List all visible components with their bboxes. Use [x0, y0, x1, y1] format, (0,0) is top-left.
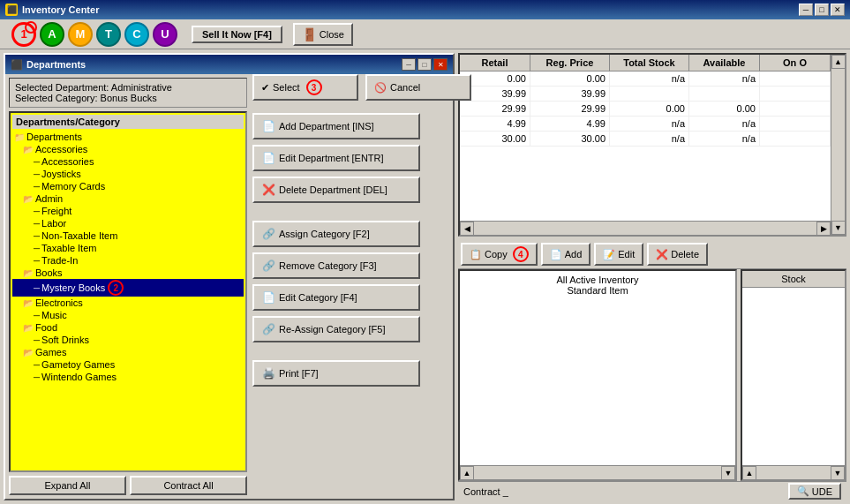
tree-item-trade-in[interactable]: ─ Trade-In — [12, 254, 244, 267]
expand-all-button[interactable]: Expand All — [9, 476, 126, 495]
circle-btn-u[interactable]: U — [153, 22, 177, 47]
ude-button[interactable]: 🔍 UDE — [788, 483, 841, 500]
cell: 4.99 — [460, 117, 530, 131]
info-scroll-up[interactable]: ▲ — [460, 466, 474, 480]
select-cancel-row: ✔ Select 3 🚫 Cancel — [252, 74, 471, 101]
dept-title-bar: ⬛ Departments ─ □ ✕ — [5, 55, 453, 74]
right-panel: 📄 Add Department [INS] 📄 Edit Department… — [252, 78, 429, 495]
copy-icon: 📋 — [470, 249, 482, 260]
minimize-button[interactable]: ─ — [799, 4, 813, 16]
select-button[interactable]: ✔ Select 3 — [252, 74, 358, 101]
reassign-category-button[interactable]: 🔗 Re-Assign Category [F5] — [252, 316, 420, 342]
close-toolbar-button[interactable]: 🚪 Close — [293, 23, 353, 46]
tree-item-admin-folder[interactable]: 📂 Admin — [12, 192, 244, 205]
tree-item-labor[interactable]: ─ Labor — [12, 217, 244, 229]
content-area: ⬛ Departments ─ □ ✕ Selected Department:… — [0, 49, 850, 504]
circle-btn-m[interactable]: M — [68, 22, 93, 47]
tree-item-soft-drinks[interactable]: ─ Soft Drinks — [12, 334, 244, 346]
assign-category-button[interactable]: 🔗 Assign Category [F2] — [252, 221, 420, 247]
circle-btn-c[interactable]: C — [124, 22, 149, 47]
col-on-order: On O — [760, 55, 831, 71]
add-button[interactable]: 📄 Add — [541, 243, 591, 266]
info-scroll-down[interactable]: ▼ — [721, 466, 735, 480]
scroll-left-button[interactable]: ◀ — [460, 222, 474, 236]
stock-scroll-down[interactable]: ▼ — [831, 466, 845, 480]
remove-category-button[interactable]: 🔗 Remove Category [F3] — [252, 252, 420, 279]
copy-button[interactable]: 📋 Copy 4 — [461, 243, 538, 266]
stock-content[interactable] — [742, 288, 845, 465]
cell: 4.99 — [530, 117, 610, 131]
bottom-status-bar: Contract _ 🔍 UDE — [458, 481, 846, 500]
circle-btn-1[interactable]: 1 — [11, 22, 36, 47]
tree-item-departments[interactable]: 📁 Departments — [12, 131, 244, 143]
circle-btn-a[interactable]: A — [40, 22, 64, 47]
tree-item-accessories[interactable]: ─ Accessories — [12, 155, 244, 168]
app-icon: ⬛ — [5, 4, 18, 16]
dept-maximize-button[interactable]: □ — [417, 58, 432, 71]
selected-dept-label: Selected Department: Administrative — [15, 82, 241, 93]
dash-icon-8: ─ — [34, 256, 40, 266]
scroll-up-button[interactable]: ▲ — [831, 55, 846, 69]
circle-btn-t[interactable]: T — [96, 22, 121, 47]
folder-open-icon-4: 📂 — [23, 298, 34, 308]
stock-scroll-up[interactable]: ▲ — [742, 466, 756, 480]
tree-item-joysticks[interactable]: ─ Joysticks — [12, 168, 244, 180]
edit-button[interactable]: 📝 Edit — [594, 243, 643, 266]
scroll-right-button[interactable]: ▶ — [816, 222, 831, 236]
tree-item-freight[interactable]: ─ Freight — [12, 205, 244, 217]
folder-open-icon-3: 📂 — [23, 268, 34, 278]
print-button[interactable]: 🖨️ Print [F7] — [252, 360, 420, 387]
stock-scrollbar[interactable]: ▲ ▼ — [742, 465, 845, 479]
sell-it-now-button[interactable]: Sell It Now [F4] — [192, 26, 282, 43]
info-section: 📋 Copy 4 📄 Add 📝 Edit ❌ Delete — [458, 240, 846, 481]
vert-scrollbar[interactable]: ▲ ▼ — [831, 55, 845, 235]
table-body[interactable]: 0.00 0.00 n/a n/a 39.99 39.99 — [460, 71, 831, 221]
cell: n/a — [689, 117, 760, 131]
tree-container[interactable]: Departments/Category 📁 Departments 📂 Acc… — [9, 111, 247, 472]
dash-icon-3: ─ — [34, 182, 40, 192]
edit-cat-icon: 📄 — [261, 290, 275, 305]
info-content: All Active Inventory Standard Item — [460, 271, 735, 465]
cell: 0.00 — [610, 102, 689, 116]
tree-item-memory-cards[interactable]: ─ Memory Cards — [12, 180, 244, 192]
tree-item-accessories-folder[interactable]: 📂 Accessories — [12, 143, 244, 155]
col-reg-price: Reg. Price — [530, 55, 610, 71]
tree-item-taxable[interactable]: ─ Taxable Item — [12, 242, 244, 254]
tree-item-gametoy-games[interactable]: ─ Gametoy Games — [12, 358, 244, 371]
delete-department-button[interactable]: ❌ Delete Department [DEL] — [252, 177, 420, 203]
badge-4: 4 — [513, 246, 529, 262]
info-scrollbar[interactable]: ▲ ▼ — [460, 465, 735, 479]
scroll-down-button[interactable]: ▼ — [831, 221, 846, 235]
tree-item-food-folder[interactable]: 📂 Food — [12, 321, 244, 334]
tree-item-books-folder[interactable]: 📂 Books — [12, 267, 244, 279]
cell — [689, 87, 760, 101]
cancel-button[interactable]: 🚫 Cancel — [365, 74, 471, 101]
contract-all-button[interactable]: Contract All — [130, 476, 247, 495]
circle-label-u: U — [161, 27, 169, 41]
dash-icon-6: ─ — [34, 231, 40, 241]
info-line1: All Active Inventory — [463, 275, 732, 285]
stock-header: Stock — [742, 271, 845, 288]
tree-item-mystery-books[interactable]: ─ Mystery Books 2 — [12, 279, 244, 297]
cell: 30.00 — [460, 132, 530, 146]
tree-item-electronics-folder[interactable]: 📂 Electronics — [12, 297, 244, 309]
tree-item-wintendo-games[interactable]: ─ Wintendo Games — [12, 371, 244, 383]
close-button[interactable]: ✕ — [831, 4, 845, 16]
edit-category-button[interactable]: 📄 Edit Category [F4] — [252, 284, 420, 311]
horiz-scrollbar[interactable]: ◀ ▶ — [460, 221, 831, 235]
tree-item-music[interactable]: ─ Music — [12, 309, 244, 321]
tree-item-non-taxable[interactable]: ─ Non-Taxable Item — [12, 229, 244, 242]
edit-department-button[interactable]: 📄 Edit Department [ENTR] — [252, 145, 420, 171]
delete-button[interactable]: ❌ Delete — [647, 243, 708, 266]
maximize-button[interactable]: □ — [815, 4, 829, 16]
dept-close-button[interactable]: ✕ — [433, 58, 448, 71]
table-row: 29.99 29.99 0.00 0.00 — [460, 102, 831, 117]
cell: n/a — [610, 132, 689, 146]
cell: 0.00 — [530, 71, 610, 86]
add-department-button[interactable]: 📄 Add Department [INS] — [252, 113, 420, 139]
info-panel: All Active Inventory Standard Item ▲ ▼ — [458, 269, 737, 481]
dash-icon-5: ─ — [34, 219, 40, 229]
tree-item-games-folder[interactable]: 📂 Games — [12, 346, 244, 358]
checkmark-icon: ✔ — [261, 82, 269, 94]
dept-minimize-button[interactable]: ─ — [402, 58, 416, 71]
